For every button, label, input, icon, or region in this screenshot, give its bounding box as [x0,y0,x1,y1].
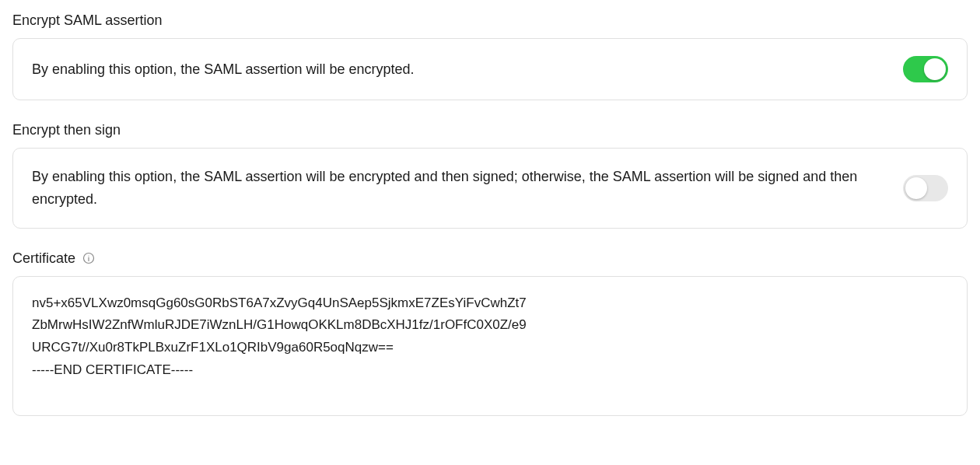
encrypt-then-sign-description: By enabling this option, the SAML assert… [32,166,884,211]
encrypt-saml-assertion-card: By enabling this option, the SAML assert… [12,38,968,100]
encrypt-then-sign-card: By enabling this option, the SAML assert… [12,148,968,229]
encrypt-then-sign-toggle[interactable] [903,175,948,201]
certificate-textarea[interactable] [12,276,968,416]
certificate-section: Certificate [12,250,968,419]
toggle-knob [905,177,927,199]
certificate-textarea-wrap [12,276,968,419]
svg-point-1 [88,255,89,256]
info-icon[interactable] [82,251,96,265]
encrypt-saml-assertion-toggle[interactable] [903,56,948,82]
encrypt-saml-assertion-section: Encrypt SAML assertion By enabling this … [12,12,968,100]
toggle-knob [924,58,946,80]
encrypt-then-sign-title: Encrypt then sign [12,122,968,138]
encrypt-then-sign-section: Encrypt then sign By enabling this optio… [12,122,968,229]
certificate-title: Certificate [12,250,75,267]
certificate-title-row: Certificate [12,250,968,267]
encrypt-saml-assertion-title: Encrypt SAML assertion [12,12,968,29]
encrypt-saml-assertion-description: By enabling this option, the SAML assert… [32,58,884,81]
